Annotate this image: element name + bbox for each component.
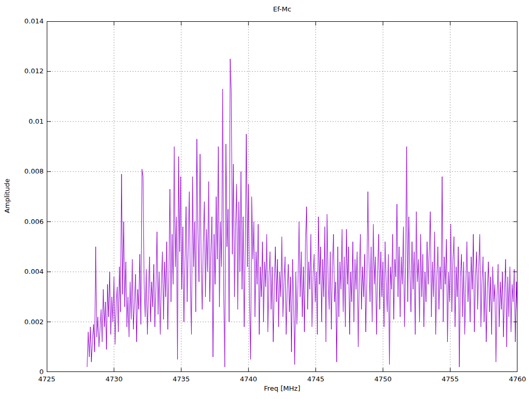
y-tick-label: 0 (0, 368, 44, 376)
x-axis-title: Freq [MHz] (264, 384, 300, 392)
x-tick-label: 4755 (442, 375, 459, 383)
y-tick-label: 0.002 (0, 318, 44, 326)
y-tick-label: 0.012 (0, 67, 44, 75)
y-tick-label: 0.006 (0, 218, 44, 225)
plot-border (47, 22, 517, 372)
y-tick-label: 0.008 (0, 167, 44, 175)
x-tick-label: 4740 (240, 375, 257, 383)
y-axis-title: Amplitude (3, 179, 11, 214)
y-tick-label: 0.004 (0, 268, 44, 275)
spectrum-line (87, 59, 517, 367)
x-tick-label: 4750 (375, 375, 392, 383)
x-tick-label: 4735 (172, 375, 190, 383)
y-tick-label: 0.014 (0, 17, 44, 25)
x-tick-label: 4725 (38, 375, 55, 383)
x-tick-label: 4730 (105, 375, 123, 383)
chart: Ef-Mc Amplitude Freq [MHz] 4725473047354… (0, 0, 532, 399)
y-tick-label: 0.01 (0, 117, 44, 125)
plot-area (47, 21, 517, 372)
chart-title: Ef-Mc (273, 5, 291, 13)
x-tick-label: 4745 (307, 375, 324, 383)
x-tick-label: 4760 (509, 375, 526, 383)
